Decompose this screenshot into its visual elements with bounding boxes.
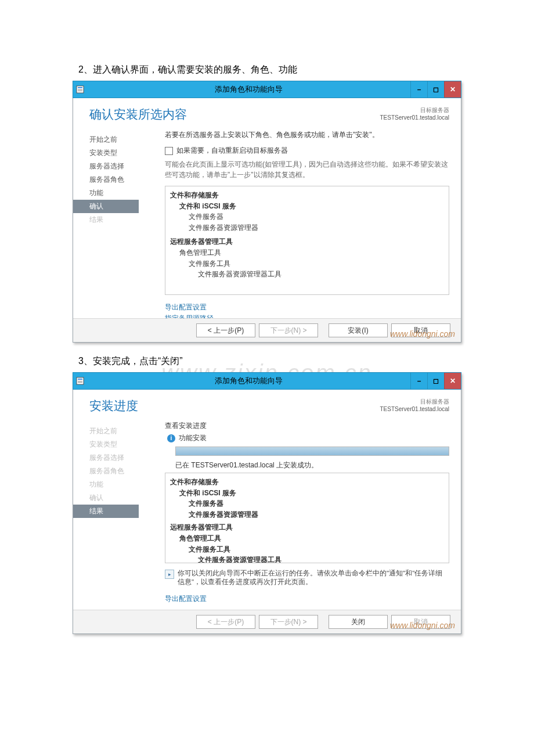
svg-rect-1 xyxy=(78,87,82,88)
wizard-steps-sidebar: 开始之前 安装类型 服务器选择 服务器角色 功能 确认 结果 xyxy=(73,128,165,316)
alt-source-link[interactable]: 指定备用源路径 xyxy=(165,313,449,318)
tree-item: 远程服务器管理工具 xyxy=(170,236,444,247)
caption-step-2: 2、进入确认界面，确认需要安装的服务、角色、功能 xyxy=(78,64,534,76)
minimize-button[interactable]: – xyxy=(410,373,427,389)
step-server-sel[interactable]: 服务器选择 xyxy=(73,160,165,173)
app-icon xyxy=(73,81,87,98)
app-icon xyxy=(73,373,87,389)
installed-tree: 文件和存储服务 文件和 iSCSI 服务 文件服务器 文件服务器资源管理器 远程… xyxy=(165,473,449,563)
destination-server-label: 目标服务器 TESTServer01.testad.local xyxy=(380,398,450,413)
tree-item: 角色管理工具 xyxy=(170,533,444,544)
info-icon: i xyxy=(167,434,175,442)
tree-item: 文件和 iSCSI 服务 xyxy=(170,201,444,212)
window-title: 添加角色和功能向导 xyxy=(87,373,410,389)
tree-item: 文件服务工具 xyxy=(170,544,444,555)
auto-restart-checkbox[interactable] xyxy=(165,147,173,155)
close-button[interactable]: ✕ xyxy=(444,81,461,98)
maximize-button[interactable]: ◻ xyxy=(427,81,444,98)
tree-item: 文件和存储服务 xyxy=(170,190,444,201)
svg-rect-7 xyxy=(78,382,82,383)
tree-item: 角色管理工具 xyxy=(170,247,444,258)
install-status: 已在 TESTServer01.testad.local 上安装成功。 xyxy=(175,460,449,470)
close-note: 你可以关闭此向导而不中断正在运行的任务。请依次单击命令栏中的"通知"和"任务详细… xyxy=(178,569,449,586)
export-config-link[interactable]: 导出配置设置 xyxy=(165,593,449,604)
destination-server-label: 目标服务器 TESTServer01.testad.local xyxy=(380,106,450,121)
install-button[interactable]: 安装(I) xyxy=(329,323,388,337)
intro-text: 若要在所选服务器上安装以下角色、角色服务或功能，请单击"安装"。 xyxy=(165,129,449,140)
note-text: 可能会在此页面上显示可选功能(如管理工具)，因为已自动选择这些功能。如果不希望安… xyxy=(165,159,449,180)
dest-label: 目标服务器 xyxy=(380,106,450,114)
titlebar: 添加角色和功能向导 – ◻ ✕ xyxy=(73,81,461,98)
step-type: 安装类型 xyxy=(73,438,165,451)
step-confirm: 确认 xyxy=(73,491,165,505)
step-server-role[interactable]: 服务器角色 xyxy=(73,173,165,186)
next-button: 下一步(N) > xyxy=(259,323,318,337)
dest-server: TESTServer01.testad.local xyxy=(380,405,450,413)
page-heading: 确认安装所选内容 xyxy=(89,106,380,123)
tree-item: 文件服务器 xyxy=(170,211,444,222)
caption-step-3: 3、安装完成，点击“关闭” xyxy=(78,355,534,368)
svg-rect-5 xyxy=(78,379,82,380)
step-result: 结果 xyxy=(73,213,165,226)
tree-item: 文件服务器资源管理器 xyxy=(170,509,444,520)
tree-item: 文件服务工具 xyxy=(170,258,444,269)
tree-item: 远程服务器管理工具 xyxy=(170,522,444,533)
step-server-sel: 服务器选择 xyxy=(73,451,165,465)
cancel-button: 取消 xyxy=(391,615,450,629)
tree-item: 文件服务器资源管理器工具 xyxy=(170,555,444,563)
cancel-button[interactable]: 取消 xyxy=(391,323,450,337)
feature-install-label: 功能安装 xyxy=(179,433,207,443)
tree-item: 文件和 iSCSI 服务 xyxy=(170,488,444,499)
tree-item: 文件服务器资源管理器 xyxy=(170,222,444,233)
window-title: 添加角色和功能向导 xyxy=(87,81,410,98)
progress-subheading: 查看安装进度 xyxy=(165,421,449,431)
titlebar: 添加角色和功能向导 – ◻ ✕ xyxy=(73,372,461,390)
step-type[interactable]: 安装类型 xyxy=(73,146,165,160)
close-button[interactable]: ✕ xyxy=(444,373,461,389)
dest-label: 目标服务器 xyxy=(380,398,450,405)
prev-button: < 上一步(P) xyxy=(196,615,255,629)
maximize-button[interactable]: ◻ xyxy=(427,373,444,389)
next-button: 下一步(N) > xyxy=(259,615,318,629)
tree-item: 文件和存储服务 xyxy=(170,477,444,488)
svg-rect-2 xyxy=(78,89,82,90)
step-confirm[interactable]: 确认 xyxy=(73,200,139,213)
svg-rect-3 xyxy=(78,91,82,91)
wizard-steps-sidebar: 开始之前 安装类型 服务器选择 服务器角色 功能 确认 结果 xyxy=(73,420,165,607)
selection-tree: 文件和存储服务 文件和 iSCSI 服务 文件服务器 文件服务器资源管理器 远程… xyxy=(165,186,449,295)
progress-bar xyxy=(175,447,449,456)
dialog-footer: < 上一步(P) 下一步(N) > 安装(I) 取消 xyxy=(73,318,461,342)
flag-icon: ▸ xyxy=(165,570,174,579)
tree-item: 文件服务器 xyxy=(170,498,444,509)
minimize-button[interactable]: – xyxy=(410,81,427,98)
page-heading: 安装进度 xyxy=(89,398,380,414)
step-before: 开始之前 xyxy=(73,424,165,438)
auto-restart-label: 如果需要，自动重新启动目标服务器 xyxy=(176,146,288,156)
dialog-footer: < 上一步(P) 下一步(N) > 关闭 取消 xyxy=(73,610,461,633)
export-config-link[interactable]: 导出配置设置 xyxy=(165,302,449,313)
svg-rect-6 xyxy=(78,381,82,381)
dest-server: TESTServer01.testad.local xyxy=(380,114,450,121)
tree-item: 文件服务器资源管理器工具 xyxy=(170,269,444,280)
wizard-dialog-confirm: 添加角色和功能向导 – ◻ ✕ 确认安装所选内容 目标服务器 TESTServe… xyxy=(73,81,461,343)
step-server-role: 服务器角色 xyxy=(73,465,165,478)
prev-button[interactable]: < 上一步(P) xyxy=(196,323,255,337)
step-before[interactable]: 开始之前 xyxy=(73,133,165,146)
wizard-dialog-progress: 添加角色和功能向导 – ◻ ✕ 安装进度 目标服务器 TESTServer01.… xyxy=(73,372,461,634)
close-wizard-button[interactable]: 关闭 xyxy=(329,615,388,629)
step-feature: 功能 xyxy=(73,478,165,491)
step-feature[interactable]: 功能 xyxy=(73,186,165,200)
step-result[interactable]: 结果 xyxy=(73,505,139,518)
